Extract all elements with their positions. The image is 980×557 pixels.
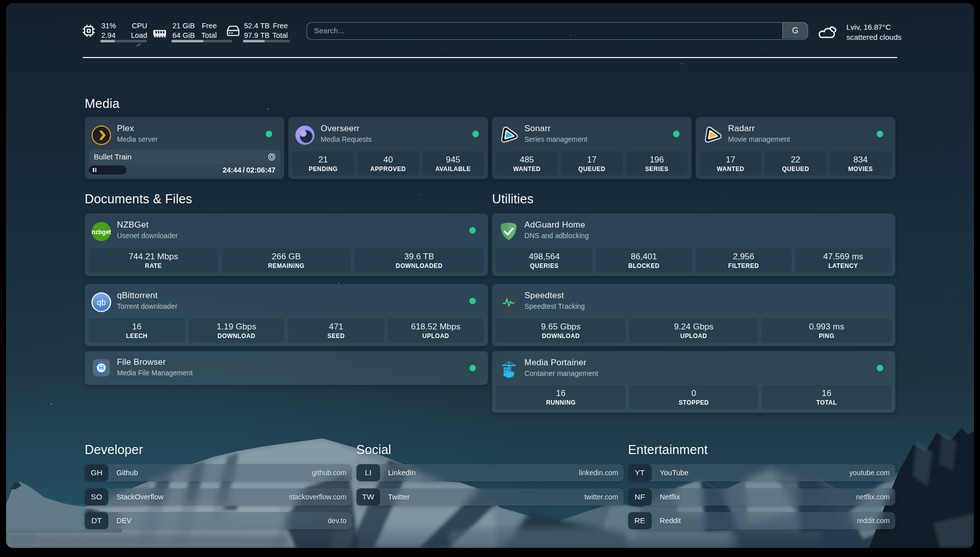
svg-text:qb: qb bbox=[97, 298, 106, 307]
svg-text:nzbget: nzbget bbox=[92, 229, 111, 236]
